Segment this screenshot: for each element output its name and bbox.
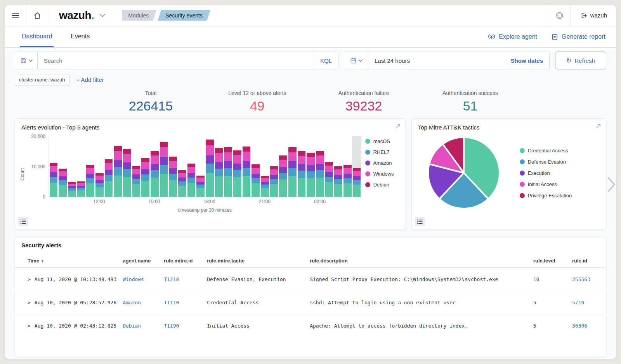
logout-button[interactable]: wazuh [571, 5, 616, 26]
bar-segment-macos[interactable] [105, 181, 113, 197]
bar-segment-macos[interactable] [178, 186, 186, 197]
bar-column[interactable] [187, 136, 196, 197]
bar-segment-macos[interactable] [77, 190, 85, 197]
bar-segment-debian[interactable] [252, 164, 260, 168]
bar-segment-debian[interactable] [215, 148, 223, 153]
bar-segment-windows[interactable] [298, 156, 306, 164]
bar-segment-debian[interactable] [151, 151, 159, 156]
bar-segment-amazon[interactable] [105, 170, 113, 175]
refresh-button[interactable]: ↻ Refresh [555, 52, 606, 69]
wazuh-logo[interactable]: wazuh. [59, 9, 94, 22]
legend-item-debian[interactable]: Debian [365, 182, 403, 188]
bar-column[interactable] [224, 136, 233, 197]
bar-column[interactable] [113, 136, 123, 197]
bar-segment-rhel7[interactable] [353, 180, 361, 185]
bar-segment-macos[interactable] [141, 181, 149, 197]
bar-segment-amazon[interactable] [353, 176, 361, 180]
legend-item-macos[interactable]: macOS [365, 138, 403, 144]
bar-segment-rhel7[interactable] [59, 180, 67, 185]
bar-column[interactable] [95, 136, 104, 197]
bar-segment-amazon[interactable] [279, 167, 287, 173]
panel-inspect-button[interactable] [415, 217, 425, 226]
bar-segment-windows[interactable] [196, 178, 205, 181]
bar-segment-macos[interactable] [270, 184, 278, 197]
bar-segment-windows[interactable] [114, 151, 122, 160]
bar-segment-debian[interactable] [141, 158, 149, 162]
bar-segment-amazon[interactable] [325, 172, 333, 177]
bar-segment-windows[interactable] [123, 154, 131, 162]
cell-rule-id[interactable]: 5710 [569, 291, 606, 314]
panel-inspect-button[interactable] [18, 217, 28, 226]
bar-segment-rhel7[interactable] [224, 168, 232, 176]
bar-segment-macos[interactable] [343, 183, 352, 197]
bar-segment-macos[interactable] [123, 177, 131, 197]
bar-segment-amazon[interactable] [252, 174, 260, 178]
bar-segment-rhel7[interactable] [243, 168, 251, 176]
bar-segment-rhel7[interactable] [334, 179, 342, 184]
bar-column[interactable] [205, 136, 214, 197]
legend-item-amazon[interactable]: Amazon [365, 160, 403, 166]
chevron-down-icon[interactable] [99, 14, 106, 17]
bar-segment-amazon[interactable] [334, 175, 342, 179]
bar-segment-windows[interactable] [105, 163, 113, 169]
column-header-rule-mitre-id[interactable]: rule.mitre.id [161, 254, 204, 268]
bar-segment-debian[interactable] [132, 166, 141, 169]
bar-segment-debian[interactable] [243, 147, 251, 152]
pie-chart[interactable] [425, 133, 503, 213]
bar-column[interactable] [343, 136, 352, 197]
bar-segment-debian[interactable] [59, 169, 67, 171]
bar-column[interactable] [150, 136, 159, 197]
menu-button[interactable] [5, 5, 26, 26]
bar-segment-windows[interactable] [270, 169, 278, 175]
legend-item-execution[interactable]: Execution [520, 170, 572, 176]
bar-segment-macos[interactable] [114, 176, 122, 197]
stat-value[interactable]: 226415 [97, 98, 204, 114]
bar-segment-macos[interactable] [86, 183, 94, 197]
bar-segment-macos[interactable] [298, 178, 306, 197]
bar-segment-macos[interactable] [151, 178, 159, 197]
bar-segment-amazon[interactable] [261, 182, 269, 185]
bar-segment-rhel7[interactable] [270, 179, 278, 184]
health-button[interactable] [549, 5, 571, 26]
bar-column[interactable] [324, 136, 334, 197]
bar-column[interactable] [279, 136, 288, 197]
bar-segment-windows[interactable] [334, 169, 342, 175]
cell-rule-id[interactable]: 255563 [569, 268, 606, 291]
legend-item-privilege-escalation[interactable]: Privilege Escalation [520, 193, 572, 198]
bar-segment-amazon[interactable] [196, 182, 205, 185]
bar-segment-amazon[interactable] [114, 160, 122, 167]
bar-segment-amazon[interactable] [233, 164, 241, 170]
bar-segment-debian[interactable] [169, 157, 177, 160]
column-header-rule-id[interactable]: rule.id [569, 254, 606, 268]
saved-queries-button[interactable] [15, 52, 38, 69]
bar-segment-macos[interactable] [279, 179, 287, 197]
bar-segment-debian[interactable] [334, 166, 342, 169]
bar-segment-debian[interactable] [114, 146, 122, 151]
bar-column[interactable] [288, 136, 297, 197]
bar-segment-macos[interactable] [325, 182, 333, 197]
bar-segment-rhel7[interactable] [105, 175, 113, 181]
bar-segment-macos[interactable] [132, 184, 141, 197]
bar-segment-rhel7[interactable] [288, 168, 297, 176]
bar-segment-amazon[interactable] [160, 157, 168, 165]
column-header-rule-mitre-tactic[interactable]: rule.mitre.tactic [204, 254, 307, 268]
bar-segment-windows[interactable] [353, 171, 361, 176]
legend-item-credential-access[interactable]: Credential Access [520, 148, 572, 154]
bar-segment-windows[interactable] [132, 169, 141, 174]
bar-column[interactable] [232, 136, 242, 197]
bar-segment-amazon[interactable] [132, 174, 141, 179]
bar-column[interactable] [132, 136, 141, 197]
bar-segment-amazon[interactable] [215, 162, 223, 169]
cell-rule-mitre-id[interactable]: T1218 [161, 268, 204, 291]
bar-segment-debian[interactable] [270, 166, 278, 169]
bar-segment-windows[interactable] [243, 152, 251, 161]
show-dates-button[interactable]: Show dates [505, 57, 549, 64]
bar-column[interactable] [214, 136, 224, 197]
expand-icon[interactable] [395, 123, 401, 129]
bar-segment-debian[interactable] [160, 142, 168, 147]
expand-row-icon[interactable]: > [28, 323, 31, 329]
bar-segment-rhel7[interactable] [95, 183, 104, 187]
cell-agent-name[interactable]: Amazon [120, 291, 161, 314]
bar-segment-rhel7[interactable] [151, 170, 159, 178]
bar-column[interactable] [251, 136, 260, 197]
